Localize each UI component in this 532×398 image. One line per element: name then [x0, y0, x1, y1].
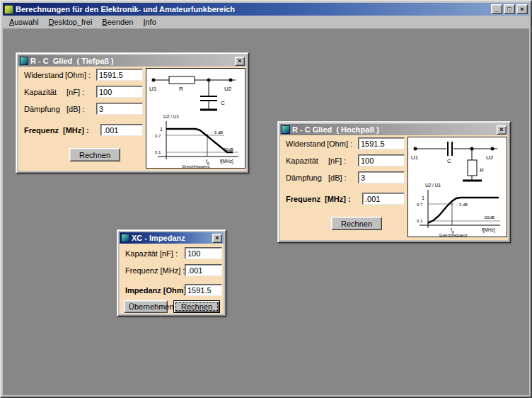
window-xc-impedanz: XC - Impedanz × Kapazität [nF] : Frequen… — [117, 229, 226, 317]
rechnen-button[interactable]: Rechnen — [173, 300, 220, 313]
highpass-graph: U2 / U1 1 0.7 0.1 - 3 dB -20dB — [417, 183, 500, 237]
kapazitaet-label: Kapazität — [24, 88, 57, 96]
frequenz-label: Frequenz [MHz] : — [286, 195, 351, 203]
daempfung-label: Dämpfung — [24, 105, 60, 113]
frequenz-label: Frequenz [MHz] : — [24, 126, 89, 135]
window-rc-tiefpass: R - C Glied ( Tiefpaß ) × Widerstand [Oh… — [16, 52, 249, 174]
widerstand-input[interactable] — [96, 69, 143, 81]
daempfung-unit: [dB] : — [328, 174, 347, 182]
tiefpass-titlebar[interactable]: R - C Glied ( Tiefpaß ) × — [18, 55, 246, 67]
c-label: C — [221, 100, 225, 106]
impedanz-body: Kapazität [nF] : Frequenz [MHz] : Impeda… — [120, 244, 224, 314]
maximize-icon[interactable]: □ — [504, 4, 515, 14]
mdi-client-area: R - C Glied ( Tiefpaß ) × Widerstand [Oh… — [3, 28, 529, 395]
widerstand-unit: [Ohm] : — [65, 71, 91, 79]
c-label: C — [447, 158, 451, 164]
minus20db-label: -20dB — [483, 215, 495, 220]
close-icon[interactable]: × — [212, 234, 222, 243]
hochpass-body: Widerstand [Ohm] : Kapazität [nF] : Dämp… — [280, 135, 508, 240]
graph-ylabel: U2 / U1 — [163, 114, 179, 119]
app-icon — [4, 5, 13, 14]
kapazitaet-input[interactable] — [96, 86, 143, 98]
tick-1: 1 — [160, 127, 163, 132]
impedanz-title: XC - Impedanz — [132, 234, 210, 242]
u1-label: U1 — [411, 154, 419, 161]
widerstand-label: Widerstand — [24, 71, 64, 79]
window-controls: _ □ × — [491, 4, 528, 14]
tick-0-7: 0.7 — [417, 203, 423, 207]
main-window-title: Berechnungen für den Elektronik- und Ama… — [16, 5, 489, 13]
daempfung-input[interactable] — [96, 103, 143, 115]
minus3db-label: - 3 dB — [212, 130, 223, 135]
daempfung-label: Dämpfung — [286, 174, 322, 182]
close-icon[interactable]: × — [497, 125, 507, 135]
u2-label: U2 — [224, 86, 232, 92]
grenzfrequenz-label: Grenzfrequenz — [439, 233, 468, 237]
tiefpass-body: Widerstand [Ohm] : Kapazität [nF] : Dämp… — [18, 67, 246, 171]
highpass-circuit — [414, 142, 498, 181]
tick-0-1: 0.1 — [155, 150, 161, 154]
minimize-icon[interactable]: _ — [491, 4, 502, 14]
minus20db-label: -20dB — [222, 147, 233, 152]
hochpass-diagram: U1 C U2 R U2 / U1 1 — [408, 137, 507, 237]
menu-item-info[interactable]: Info — [138, 16, 161, 28]
menu-bar: Auswahl Desktop_frei Beenden Info — [3, 16, 529, 28]
lowpass-graph: U2 / U1 1 0.7 0.1 - 3 dB -20dB — [155, 114, 238, 168]
window-icon — [282, 125, 290, 134]
close-icon[interactable]: × — [235, 57, 245, 66]
tiefpass-title: R - C Glied ( Tiefpaß ) — [30, 57, 233, 65]
widerstand-label: Widerstand — [286, 140, 325, 148]
widerstand-input[interactable] — [358, 137, 405, 149]
impedanz-label: Impedanz [Ohm] : — [125, 286, 191, 295]
frequenz-label: Frequenz [MHz] : — [125, 266, 185, 275]
minus3db-label: - 3 dB — [456, 203, 468, 207]
r-label: R — [480, 167, 484, 174]
menu-item-desktop-frei[interactable]: Desktop_frei — [44, 16, 98, 28]
close-icon[interactable]: × — [516, 4, 528, 14]
rechnen-button[interactable]: Rechnen — [69, 148, 120, 161]
graph-ylabel: U2 / U1 — [425, 183, 441, 188]
window-icon — [121, 234, 129, 242]
r-label: R — [179, 86, 183, 92]
impedanz-titlebar[interactable]: XC - Impedanz × — [120, 232, 224, 244]
hochpass-titlebar[interactable]: R - C Glied ( Hochpaß ) × — [280, 124, 508, 135]
kapazitaet-unit: [nF] : — [328, 157, 346, 165]
daempfung-input[interactable] — [358, 171, 405, 183]
u2-label: U2 — [486, 154, 494, 161]
widerstand-unit: [Ohm] : — [327, 140, 352, 148]
daempfung-unit: [dB] : — [66, 105, 85, 113]
uebernehmen-button[interactable]: Übernehmen — [124, 300, 168, 313]
kapazitaet-input[interactable] — [185, 247, 222, 259]
tiefpass-circuit-graph-panel: U1 R U2 C U2 / U1 1 — [146, 68, 245, 169]
tick-1: 1 — [422, 195, 424, 200]
kapazitaet-label: Kapazität [nF] : — [125, 249, 178, 258]
hochpass-title: R - C Glied ( Hochpaß ) — [292, 125, 495, 134]
window-icon — [20, 57, 28, 65]
frequenz-input[interactable] — [362, 193, 405, 205]
main-window: Berechnungen für den Elektronik- und Ama… — [0, 0, 532, 398]
tick-0-1: 0.1 — [417, 219, 423, 223]
kapazitaet-unit: [nF] : — [66, 88, 84, 96]
kapazitaet-label: Kapazität — [286, 157, 318, 165]
main-titlebar: Berechnungen für den Elektronik- und Ama… — [3, 3, 529, 16]
grenzfrequenz-label: Grenzfrequenz — [182, 164, 210, 169]
window-rc-hochpass: R - C Glied ( Hochpaß ) × Widerstand [Oh… — [277, 121, 511, 243]
menu-item-auswahl[interactable]: Auswahl — [4, 16, 44, 28]
kapazitaet-input[interactable] — [358, 154, 405, 166]
graph-xlabel: f[MHz] — [482, 227, 495, 233]
tick-0-7: 0.7 — [155, 134, 161, 138]
frequenz-input[interactable] — [100, 124, 143, 136]
rechnen-button[interactable]: Rechnen — [331, 217, 382, 230]
impedanz-input[interactable] — [185, 284, 222, 296]
tiefpass-diagram: U1 R U2 C U2 / U1 1 — [146, 69, 245, 168]
hochpass-circuit-graph-panel: U1 C U2 R U2 / U1 1 — [407, 137, 507, 237]
graph-xlabel: f[MHz] — [220, 159, 233, 164]
frequenz-input[interactable] — [185, 264, 222, 276]
u1-label: U1 — [149, 86, 157, 92]
menu-item-beenden[interactable]: Beenden — [97, 16, 138, 28]
